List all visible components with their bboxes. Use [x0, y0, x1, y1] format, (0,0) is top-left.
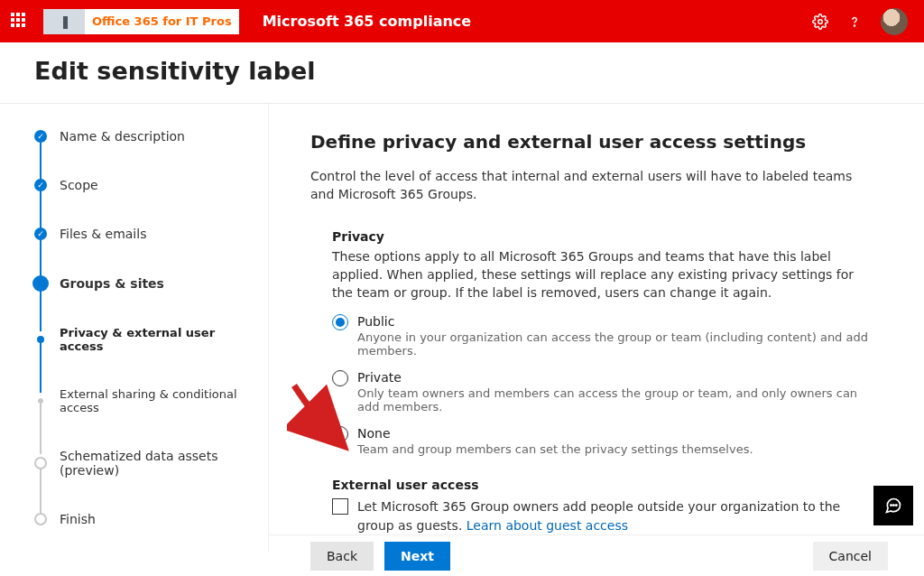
step-files[interactable]: Files & emails [34, 227, 257, 275]
guest-checkbox[interactable] [332, 498, 348, 515]
layout: Name & description Scope Files & emails … [0, 104, 924, 553]
app-title: Microsoft 365 compliance [263, 13, 472, 30]
radio-label: None [357, 426, 391, 441]
step-groups[interactable]: Groups & sites [34, 275, 257, 326]
guest-checkbox-label: Let Microsoft 365 Group owners add peopl… [357, 497, 870, 534]
step-label: Name & description [60, 129, 185, 144]
footer-bar: Back Next Cancel [269, 534, 924, 576]
radio-none[interactable]: None Team and group members can set the … [332, 426, 870, 456]
radio-sub: Anyone in your organization can access t… [357, 330, 870, 358]
svg-point-1 [854, 24, 855, 25]
wizard-steps: Name & description Scope Files & emails … [0, 104, 269, 553]
step-label: Groups & sites [60, 276, 164, 291]
avatar[interactable] [881, 8, 908, 35]
radio-private[interactable]: Private Only team owners and members can… [332, 370, 870, 413]
external-heading: External user access [332, 478, 870, 492]
step-finish[interactable]: Finish [34, 512, 257, 561]
step-schematized[interactable]: Schematized data assets (preview) [34, 449, 257, 512]
learn-guest-link[interactable]: Learn about guest access [467, 518, 628, 533]
brand-photo [43, 9, 85, 34]
brand-box: Office 365 for IT Pros [43, 9, 239, 34]
cancel-button[interactable]: Cancel [813, 542, 888, 571]
step-privacy[interactable]: Privacy & external user access [34, 326, 257, 387]
step-scope[interactable]: Scope [34, 178, 257, 227]
app-launcher-icon[interactable] [11, 13, 29, 31]
svg-point-4 [896, 505, 897, 506]
radio-icon [332, 426, 348, 442]
radio-sub: Only team owners and members can access … [357, 386, 870, 413]
help-icon[interactable] [846, 14, 863, 30]
next-button[interactable]: Next [384, 542, 450, 571]
privacy-heading: Privacy [332, 229, 870, 244]
radio-sub: Team and group members can set the priva… [357, 442, 753, 456]
main-panel: Define privacy and external user access … [269, 104, 924, 553]
external-section: External user access Let Microsoft 365 G… [310, 478, 870, 534]
brand-text: Office 365 for IT Pros [85, 14, 239, 28]
step-label: Scope [60, 178, 98, 192]
step-label: Finish [60, 512, 96, 526]
feedback-button[interactable] [873, 486, 913, 525]
step-label: Privacy & external user access [60, 326, 257, 353]
privacy-desc: These options apply to all Microsoft 365… [332, 247, 870, 302]
radio-public[interactable]: Public Anyone in your organization can a… [332, 314, 870, 358]
feedback-icon [884, 497, 902, 515]
radio-icon [332, 314, 348, 330]
page-title: Edit sensitivity label [0, 42, 924, 104]
top-right [812, 8, 924, 35]
back-button[interactable]: Back [310, 542, 374, 571]
svg-point-2 [891, 505, 892, 506]
radio-label: Public [357, 314, 394, 329]
step-label: Schematized data assets (preview) [60, 449, 257, 478]
svg-point-3 [893, 505, 894, 506]
top-bar: Office 365 for IT Pros Microsoft 365 com… [0, 0, 924, 42]
step-sharing[interactable]: External sharing & conditional access [34, 387, 257, 449]
svg-point-0 [818, 19, 823, 23]
step-name[interactable]: Name & description [34, 129, 257, 178]
radio-label: Private [357, 370, 402, 385]
gear-icon[interactable] [812, 14, 828, 30]
step-label: Files & emails [60, 227, 146, 241]
step-label: External sharing & conditional access [60, 387, 257, 414]
guest-checkbox-row: Let Microsoft 365 Group owners add peopl… [332, 497, 870, 534]
privacy-section: Privacy These options apply to all Micro… [310, 229, 870, 457]
panel-title: Define privacy and external user access … [310, 131, 888, 153]
panel-lead: Control the level of access that interna… [310, 167, 870, 204]
radio-icon [332, 370, 348, 386]
